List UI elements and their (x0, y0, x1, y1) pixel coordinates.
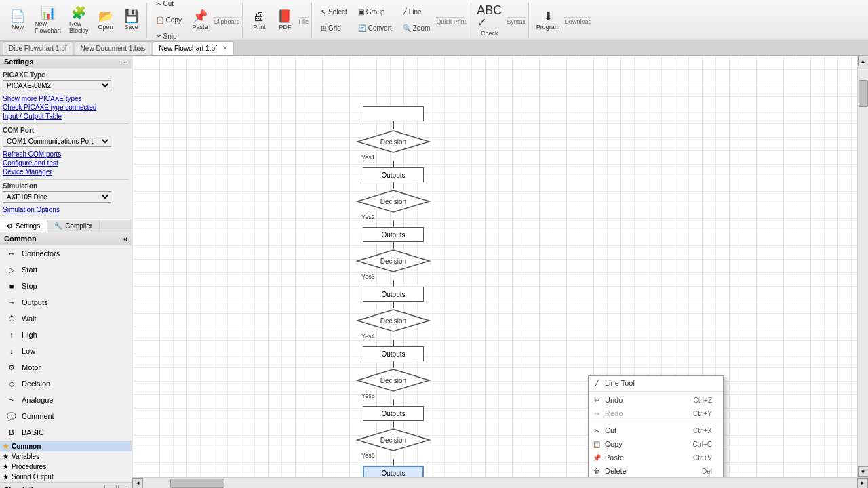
tab-new-flowchart[interactable]: New Flowchart 1.pf ✕ (153, 41, 234, 55)
simulation-select[interactable]: AXE105 Dice (3, 191, 111, 203)
tab-new-doc-label: New Document 1.bas (81, 45, 146, 52)
sound-output-subsection[interactable]: ★ Sound Output (0, 472, 132, 482)
configure-test-link[interactable]: Configure and test (3, 159, 129, 167)
print-button[interactable]: 🖨 Print (247, 5, 271, 36)
scroll-right-btn[interactable]: ► (857, 478, 868, 489)
ctx-redo[interactable]: ↪ Redo Ctrl+Y (589, 407, 723, 420)
sim-header: Simulation — □ (0, 483, 132, 488)
tab-new-document[interactable]: New Document 1.bas (75, 41, 152, 55)
zoom-button[interactable]: 🔍Zoom (398, 21, 435, 36)
download-label: Download (564, 17, 591, 25)
program-button[interactable]: ⬇ Program (533, 5, 564, 36)
new-flowchart-label: NewFlowchart (35, 20, 61, 34)
common-motor[interactable]: ⚙ Motor (0, 359, 132, 375)
comment-icon: 💬 (5, 410, 18, 422)
device-manager-link[interactable]: Device Manager (3, 167, 129, 176)
common-analogue[interactable]: ~ Analogue (0, 392, 132, 408)
common-connectors[interactable]: ↔ Connectors (0, 245, 132, 262)
show-more-picaxe-link[interactable]: Show more PICAXE types (3, 94, 129, 103)
io-table-link[interactable]: Input / Output Table (3, 112, 129, 121)
save-label: Save (124, 24, 138, 30)
outputs-1: Outputs (363, 167, 424, 182)
common-subsection[interactable]: ★ Common (0, 441, 132, 451)
scroll-up-btn[interactable]: ▲ (858, 56, 869, 66)
wait-icon: ⏱ (5, 312, 18, 325)
com-port-label: COM Port (3, 127, 129, 134)
common-high[interactable]: ↑ High (0, 327, 132, 343)
ctx-delete[interactable]: 🗑 Delete Del (589, 464, 723, 477)
common-low[interactable]: ↓ Low (0, 343, 132, 359)
line-tool-icon: ╱ (591, 380, 602, 387)
vline-2 (393, 182, 394, 189)
com-port-select[interactable]: COM1 Communications Port (3, 136, 111, 147)
group-button[interactable]: ▣Group (353, 5, 397, 20)
settings-tab[interactable]: ⚙ Settings (0, 220, 47, 232)
compiler-tab[interactable]: 🔧 Compiler (47, 220, 100, 232)
outputs-5: Outputs (363, 406, 424, 421)
sim-expand-btn[interactable]: □ (118, 485, 127, 488)
svg-text:Decision: Decision (380, 436, 406, 444)
ctx-redo-label: Redo (605, 409, 623, 418)
ctx-delete-label: Delete (605, 467, 627, 475)
common-wait[interactable]: ⏱ Wait (0, 310, 132, 327)
settings-title: Settings (4, 58, 33, 66)
cut-button[interactable]: ✂Cut (151, 0, 186, 12)
svg-text:Decision: Decision (380, 198, 406, 205)
grid-button[interactable]: ⊞Grid (316, 21, 352, 36)
ctx-cut[interactable]: ✂ Cut Ctrl+X (589, 424, 723, 437)
paste-button[interactable]: 📌 Paste (188, 5, 212, 36)
common-collapse-icon[interactable]: « (123, 235, 127, 243)
ctx-undo-shortcut: Ctrl+Z (694, 396, 713, 404)
convert-button[interactable]: 🔄Convert (353, 21, 397, 36)
tab-dice-flowchart[interactable]: Dice Flowchart 1.pf (3, 41, 73, 55)
common-header: Common « (0, 232, 132, 245)
clipboard-label: Clipboard (214, 17, 240, 25)
common-stop[interactable]: ■ Stop (0, 278, 132, 294)
ctx-undo[interactable]: ↩ Undo Ctrl+Z (589, 393, 723, 407)
ctx-delete-icon: 🗑 (591, 468, 602, 475)
new-blockly-button[interactable]: 🧩 NewBlockly (66, 5, 92, 36)
pdf-button[interactable]: 📕 PDF (273, 5, 297, 36)
save-button[interactable]: 💾 Save (119, 5, 144, 36)
flowchart-container: Decision Yes1 Outputs Decision Yes2 Outp… (356, 106, 431, 477)
new-flowchart-button[interactable]: 📊 NewFlowchart (31, 5, 64, 36)
check-picaxe-link[interactable]: Check PICAXE type connected (3, 103, 129, 112)
scroll-left-btn[interactable]: ◄ (132, 478, 143, 489)
vline-4 (393, 242, 394, 249)
basic-icon: B (5, 426, 18, 439)
syntax-group: ABC✓ Check Syntax (471, 3, 529, 38)
copy-button[interactable]: 📋Copy (151, 13, 186, 28)
check-button[interactable]: ABC✓ Check (473, 5, 505, 36)
settings-header: Settings — (0, 56, 132, 68)
high-icon: ↑ (5, 329, 18, 341)
ctx-paste-shortcut: Ctrl+V (693, 454, 712, 462)
common-comment[interactable]: 💬 Comment (0, 408, 132, 424)
ctx-paste[interactable]: 📌 Paste Ctrl+V (589, 451, 723, 464)
line-button[interactable]: ╱Line (398, 5, 435, 20)
refresh-com-link[interactable]: Refresh COM ports (3, 150, 129, 159)
simulation-options-link[interactable]: Simulation Options (3, 205, 129, 214)
procedures-subsection[interactable]: ★ Procedures (0, 462, 132, 472)
common-decision[interactable]: ◇ Decision (0, 375, 132, 392)
ctx-copy[interactable]: 📋 Copy Ctrl+C (589, 437, 723, 451)
check-icon: ABC✓ (477, 4, 502, 28)
common-start[interactable]: ▷ Start (0, 262, 132, 278)
ctx-cut-icon: ✂ (591, 427, 602, 434)
settings-close-icon[interactable]: — (121, 58, 127, 66)
variables-subsection[interactable]: ★ Variables (0, 451, 132, 462)
canvas-area[interactable]: Decision Yes1 Outputs Decision Yes2 Outp… (132, 56, 857, 477)
scroll-down-btn[interactable]: ▼ (858, 466, 869, 477)
scrollbar-thumb[interactable] (859, 80, 868, 107)
sim-collapse-btn[interactable]: — (104, 485, 117, 488)
open-button[interactable]: 📂 Open (94, 5, 118, 36)
hscroll-thumb[interactable] (170, 479, 224, 488)
common-basic[interactable]: B BASIC (0, 424, 132, 441)
select-button[interactable]: ↖Select (316, 5, 352, 20)
new-button[interactable]: 📄 New (5, 5, 30, 36)
outputs-6-highlighted[interactable]: Outputs (363, 466, 424, 477)
simulation-panel: Simulation — □ (0, 482, 132, 488)
ctx-line-tool[interactable]: ╱ Line Tool (589, 376, 723, 390)
common-outputs[interactable]: → Outputs (0, 294, 132, 310)
picaxe-type-select[interactable]: PICAXE-08M2 (3, 80, 111, 92)
tab-close-icon[interactable]: ✕ (222, 45, 228, 52)
